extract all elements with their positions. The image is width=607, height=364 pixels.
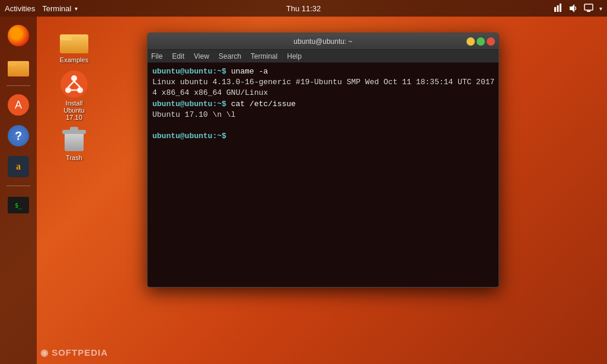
ubuntu-software-icon: A bbox=[8, 94, 29, 116]
sidebar-item-files[interactable] bbox=[4, 52, 33, 81]
install-ubuntu-label: Install Ubuntu 17.10 bbox=[63, 100, 84, 121]
watermark-text: ◉ SOFTPEDIA bbox=[40, 347, 108, 357]
svg-rect-22 bbox=[65, 131, 84, 151]
desktop-icon-install-ubuntu[interactable]: Install Ubuntu 17.10 bbox=[50, 70, 98, 121]
term-line-7: ubuntu@ubuntu:~$ bbox=[152, 131, 494, 142]
term-line-3: 4 x86_64 x86_64 GNU/Linux bbox=[152, 88, 494, 98]
term-line-4: ubuntu@ubuntu:~$ cat /etc/issue bbox=[152, 99, 494, 110]
svg-point-14 bbox=[60, 71, 88, 98]
term-line-2: Linux ubuntu 4.13.0-16-generic #19-Ubunt… bbox=[152, 77, 494, 88]
sidebar-item-amazon[interactable]: a bbox=[4, 152, 33, 181]
trash-folder-icon bbox=[60, 124, 88, 153]
topbar-clock: Thu 11:32 bbox=[286, 4, 321, 13]
sidebar: A ? a $_ bbox=[0, 17, 37, 364]
watermark: ◉ SOFTPEDIA bbox=[40, 347, 108, 358]
files-icon bbox=[8, 56, 29, 77]
svg-rect-1 bbox=[557, 5, 559, 12]
examples-label: Examples bbox=[60, 56, 88, 63]
svg-rect-2 bbox=[560, 4, 561, 12]
svg-marker-3 bbox=[570, 4, 574, 12]
install-ubuntu-icon bbox=[60, 70, 88, 98]
topbar-left: Activities Terminal ▾ bbox=[5, 4, 78, 13]
activities-button[interactable]: Activities bbox=[5, 4, 35, 13]
menu-terminal[interactable]: Terminal bbox=[251, 52, 277, 60]
firefox-icon bbox=[8, 25, 29, 46]
maximize-button[interactable] bbox=[477, 37, 485, 46]
system-icon[interactable] bbox=[584, 4, 593, 13]
terminal-body[interactable]: ubuntu@ubuntu:~$ uname -a Linux ubuntu 4… bbox=[148, 63, 499, 287]
menu-file[interactable]: File bbox=[151, 52, 162, 60]
amazon-icon: a bbox=[8, 156, 29, 177]
terminal-titlebar[interactable]: ubuntu@ubuntu: ~ bbox=[148, 33, 499, 50]
sidebar-item-help[interactable]: ? bbox=[4, 122, 33, 150]
svg-rect-4 bbox=[584, 4, 593, 10]
svg-rect-24 bbox=[70, 127, 78, 131]
topbar-right: ▾ bbox=[553, 4, 602, 13]
menu-help[interactable]: Help bbox=[287, 52, 302, 60]
term-line-1: ubuntu@ubuntu:~$ uname -a bbox=[152, 66, 494, 77]
sidebar-divider-2 bbox=[7, 186, 30, 186]
sidebar-item-ubuntu-software[interactable]: A bbox=[4, 91, 33, 119]
menu-edit[interactable]: Edit bbox=[172, 52, 184, 60]
desktop-icon-trash[interactable]: Trash bbox=[50, 124, 98, 161]
terminal-menubar: File Edit View Search Terminal Help bbox=[148, 50, 499, 63]
term-line-6 bbox=[152, 120, 494, 131]
sidebar-item-terminal[interactable]: $_ bbox=[4, 191, 33, 219]
terminal-window: ubuntu@ubuntu: ~ File Edit View Search T… bbox=[147, 33, 499, 288]
help-icon: ? bbox=[8, 125, 29, 146]
terminal-title: ubuntu@ubuntu: ~ bbox=[293, 37, 352, 46]
trash-label: Trash bbox=[66, 154, 82, 161]
terminal-icon: $_ bbox=[8, 194, 29, 216]
term-line-5: Ubuntu 17.10 \n \l bbox=[152, 110, 494, 120]
topbar: Activities Terminal ▾ Thu 11:32 ▾ bbox=[0, 0, 607, 17]
close-button[interactable] bbox=[487, 37, 495, 46]
svg-point-15 bbox=[71, 75, 77, 81]
svg-text:A: A bbox=[15, 99, 22, 111]
app-name-button[interactable]: Terminal ▾ bbox=[42, 4, 78, 13]
menu-view[interactable]: View bbox=[194, 52, 209, 60]
examples-folder-icon bbox=[60, 27, 88, 55]
svg-rect-13 bbox=[60, 34, 72, 40]
svg-rect-0 bbox=[554, 7, 556, 12]
app-name-label: Terminal bbox=[42, 4, 71, 13]
app-menu-chevron: ▾ bbox=[75, 5, 78, 12]
svg-rect-5 bbox=[587, 11, 590, 12]
sound-icon[interactable] bbox=[568, 4, 578, 13]
desktop-icon-examples[interactable]: Examples bbox=[50, 27, 98, 63]
network-icon[interactable] bbox=[553, 4, 563, 13]
minimize-button[interactable] bbox=[467, 37, 475, 46]
menu-search[interactable]: Search bbox=[219, 52, 241, 60]
terminal-controls bbox=[467, 37, 495, 46]
system-menu-arrow[interactable]: ▾ bbox=[599, 5, 602, 12]
sidebar-item-firefox[interactable] bbox=[4, 21, 33, 50]
sidebar-divider bbox=[7, 85, 30, 86]
svg-rect-8 bbox=[8, 61, 17, 66]
